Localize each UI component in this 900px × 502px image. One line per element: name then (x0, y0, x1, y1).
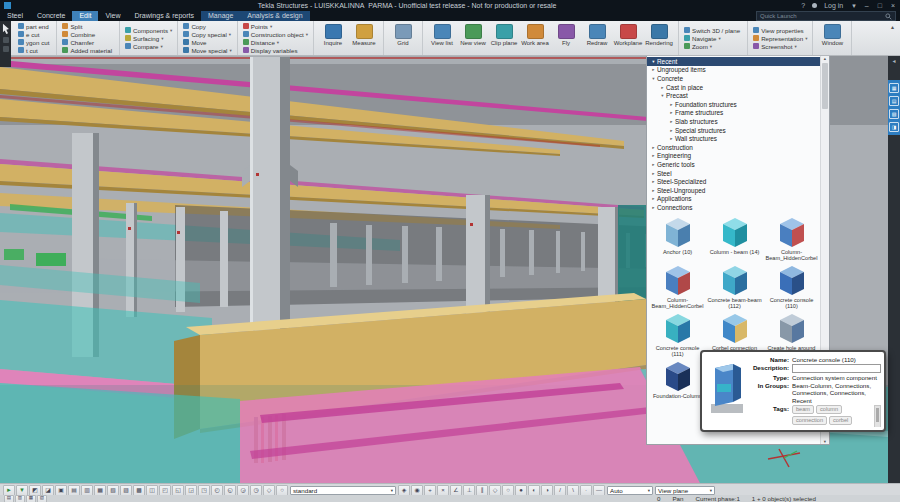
component-thumbnail[interactable]: Column-Beam_HiddenCorbel (763, 215, 820, 261)
menu-tab[interactable]: Edit (72, 11, 98, 21)
ribbon-big-button[interactable]: Work area (521, 24, 549, 46)
catalog-tree-item[interactable]: ▸ Generic tools (647, 160, 829, 169)
pane-collapse-icon[interactable]: ◂ (892, 55, 895, 68)
ribbon-button[interactable]: Display variables (243, 47, 308, 54)
side-pane-icon[interactable]: ▤ (889, 96, 899, 106)
scroll-up-icon[interactable]: ▴ (824, 56, 826, 61)
ribbon-button[interactable]: part end (18, 23, 51, 30)
maximize-button[interactable]: □ (876, 0, 884, 11)
toolbar-toggle-icon[interactable]: ◱ (172, 485, 184, 496)
toolbar-toggle-icon[interactable]: ▧ (37, 495, 47, 502)
toolbar-toggle-icon[interactable]: × (437, 485, 449, 496)
component-thumbnail[interactable]: Concrete console (111) (649, 311, 706, 357)
toolbar-toggle-icon[interactable]: \ (567, 485, 579, 496)
ribbon-button[interactable]: Chamfer (62, 39, 114, 46)
catalog-tree-item[interactable]: ▸ Slab structures (647, 117, 829, 126)
toolbar-toggle-icon[interactable]: ▤ (4, 495, 14, 502)
catalog-tree-item[interactable]: ▸ Connections (647, 203, 829, 212)
toolbar-toggle-icon[interactable]: ▤ (68, 485, 80, 496)
ribbon-button[interactable]: Distance ▾ (243, 39, 308, 46)
toolbar-toggle-icon[interactable]: ◳ (198, 485, 210, 496)
component-thumbnail[interactable]: Foundation-Column (649, 359, 706, 405)
toolbar-toggle-icon[interactable]: ◵ (224, 485, 236, 496)
ribbon-big-button[interactable]: Window (818, 24, 846, 46)
ribbon-button[interactable]: Zoom ▾ (684, 43, 742, 50)
toolbar-toggle-icon[interactable]: ◇ (263, 485, 275, 496)
catalog-tree-item[interactable]: ▸ Frame structures (647, 109, 829, 118)
menu-tab[interactable]: Steel (0, 11, 30, 21)
ribbon-button[interactable]: Split (62, 23, 114, 30)
ribbon-big-button[interactable]: Grid (389, 24, 417, 46)
toolbar-toggle-icon[interactable]: ◷ (250, 485, 262, 496)
component-thumbnail[interactable]: Column-Beam_HiddenCorbel Twin (649, 263, 706, 309)
toolbar-toggle-icon[interactable]: ◑ (541, 485, 553, 496)
component-thumbnail[interactable]: Concrete console (110) (763, 263, 820, 309)
ribbon-button[interactable]: Representation ▾ (753, 35, 807, 42)
ribbon-big-button[interactable]: Workplane (614, 24, 642, 46)
ribbon-button[interactable]: View properties (753, 27, 807, 34)
toolbar-toggle-icon[interactable]: ▥ (81, 485, 93, 496)
ribbon-big-button[interactable]: Measure (350, 24, 378, 46)
ribbon-button[interactable]: Components ▾ (125, 27, 172, 34)
ribbon-button[interactable]: Compare ▾ (125, 43, 172, 50)
toolbar-toggle-icon[interactable]: ◐ (528, 485, 540, 496)
toolbar-toggle-icon[interactable]: ◴ (211, 485, 223, 496)
toolbar-toggle-icon[interactable]: ▩ (133, 485, 145, 496)
toolbar-toggle-icon[interactable]: ▣ (55, 485, 67, 496)
ribbon-big-button[interactable]: Inquire (319, 24, 347, 46)
tooltip-scrollbar[interactable] (874, 405, 881, 427)
ribbon-button[interactable]: Combine (62, 31, 114, 38)
ribbon-button[interactable]: Construction object ▾ (243, 31, 308, 38)
toolbar-toggle-icon[interactable]: / (554, 485, 566, 496)
ribbon-button[interactable]: Screenshot ▾ (753, 43, 807, 50)
toolbar-toggle-icon[interactable]: ◫ (146, 485, 158, 496)
selection-filter-combo[interactable]: standard ▾ (290, 486, 396, 495)
menu-tab[interactable]: Concrete (30, 11, 72, 21)
catalog-tree-item[interactable]: ▸ Engineering (647, 152, 829, 161)
ribbon-big-button[interactable]: New view (459, 24, 487, 46)
catalog-tree-item[interactable]: ▸ Steel-Specialized (647, 177, 829, 186)
quick-launch-input[interactable]: Quick Launch (756, 11, 896, 21)
catalog-tree-item[interactable]: ▸ Steel-Ungrouped (647, 186, 829, 195)
toolbar-toggle-icon[interactable]: ● (515, 485, 527, 496)
ribbon-big-button[interactable]: Clip plane (490, 24, 518, 46)
ribbon-big-button[interactable]: View list (428, 24, 456, 46)
toolbar-toggle-icon[interactable]: — (593, 485, 605, 496)
scroll-down-icon[interactable]: ▾ (824, 439, 826, 444)
catalog-tree-item[interactable]: ▾ Concrete (647, 74, 829, 83)
toolbar-toggle-icon[interactable]: ◲ (185, 485, 197, 496)
ribbon-button[interactable]: Move special ▾ (183, 47, 231, 54)
minimize-button[interactable]: – (863, 0, 871, 11)
help-icon[interactable]: ? (799, 0, 807, 11)
catalog-tree-item[interactable]: ▸ Foundation structures (647, 100, 829, 109)
ribbon-button[interactable]: Surfacing ▾ (125, 35, 172, 42)
component-thumbnail[interactable]: Column - beam (14) (706, 215, 763, 261)
mini-tool-icon[interactable] (3, 46, 9, 52)
login-button[interactable]: Log in (822, 0, 845, 11)
ribbon-button[interactable]: Added material (62, 47, 114, 54)
ribbon-big-button[interactable]: Redraw (583, 24, 611, 46)
login-dropdown-icon[interactable]: ▾ (850, 0, 858, 11)
ribbon-collapse-button[interactable]: ▴ (885, 21, 900, 55)
ribbon-button[interactable]: Switch 3D / plane (684, 27, 742, 34)
menu-tab[interactable]: Manage (201, 11, 240, 21)
ribbon-button[interactable]: t cut (18, 47, 51, 54)
catalog-tree-item[interactable]: ▸ Ungrouped items (647, 66, 829, 75)
snap-depth-combo[interactable]: Auto ▾ (607, 486, 653, 495)
description-field[interactable] (792, 364, 881, 373)
menu-tab[interactable]: Drawings & reports (127, 11, 201, 21)
toolbar-toggle-icon[interactable]: ▦ (94, 485, 106, 496)
toolbar-toggle-icon[interactable]: ○ (276, 485, 288, 496)
tag-chip[interactable]: corbel (829, 416, 852, 425)
component-thumbnail[interactable]: Anchor (10) (649, 215, 706, 261)
snap-plane-combo[interactable]: View plane ▾ (655, 486, 715, 495)
mini-tool-icon[interactable] (3, 37, 9, 43)
toolbar-toggle-icon[interactable]: ▨ (120, 485, 132, 496)
catalog-tree-item[interactable]: ▸ Steel (647, 169, 829, 178)
ribbon-button[interactable]: Navigate ▾ (684, 35, 742, 42)
close-button[interactable]: × (889, 0, 897, 11)
menu-tab[interactable]: Analysis & design (240, 11, 309, 21)
toolbar-toggle-icon[interactable]: ○ (502, 485, 514, 496)
ribbon-big-button[interactable]: Fly (552, 24, 580, 46)
select-cursor-icon[interactable] (1, 23, 10, 34)
